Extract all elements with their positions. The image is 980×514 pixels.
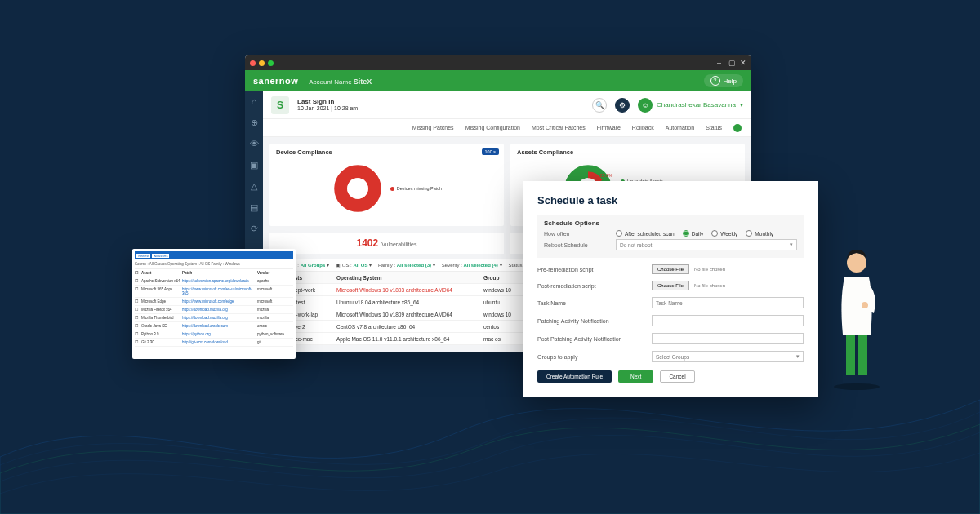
radio-after-scan[interactable] [616, 230, 622, 237]
post-patch-notif-label: Post Patching Activity Notification [537, 336, 652, 342]
next-button[interactable]: Next [618, 370, 653, 383]
cancel-button[interactable]: Cancel [660, 370, 694, 383]
list-item[interactable]: ☐Oracle Java SEhttps://download.oracle.c… [135, 322, 293, 330]
window-minimize-icon[interactable] [259, 60, 265, 66]
device-count-pill: 100 s [482, 148, 499, 155]
context-bar: S Last Sign In 10-Jan-2021 | 10:28 am 🔍 … [263, 91, 751, 119]
module-tabs: Missing Patches Missing Configuration Mo… [263, 119, 751, 137]
sidebar-refresh-icon[interactable]: ⟳ [249, 224, 259, 233]
sidebar-report-icon[interactable]: ▤ [249, 202, 259, 212]
search-icon[interactable]: 🔍 [592, 98, 607, 113]
account-label: Account Name SiteX [309, 78, 372, 86]
mini-tabbar: Newest All assets [135, 251, 293, 259]
app-tile-icon[interactable]: S [271, 96, 289, 114]
brand-logo: sanernow [253, 76, 298, 86]
svg-point-10 [862, 302, 868, 308]
window-zoom-icon[interactable] [268, 60, 274, 66]
mini-tab[interactable]: Newest [136, 254, 150, 258]
tab-missing-patches[interactable]: Missing Patches [412, 125, 454, 131]
post-script-choose-file-button[interactable]: Choose File [652, 281, 689, 290]
schedule-task-panel: Schedule a task Schedule Options How oft… [523, 181, 818, 397]
groups-select[interactable]: Select Groups [652, 351, 804, 362]
last-signin: Last Sign In 10-Jan-2021 | 10:28 am [297, 98, 358, 113]
window-close-icon[interactable] [250, 60, 256, 66]
post-patch-notif-input[interactable] [652, 333, 804, 344]
post-script-file-status: No file chosen [694, 283, 725, 288]
mini-filter-bar: Source : All Groups Operating System : A… [135, 259, 293, 269]
list-item[interactable]: ☐Apache Subversion x64https://subversion… [135, 277, 293, 286]
task-name-input[interactable] [652, 297, 804, 308]
how-often-radios: After scheduled scan Daily Weekly Monthl… [616, 230, 773, 237]
list-item[interactable]: ☐Mozilla Thunderbirdhttps://download.moz… [135, 314, 293, 322]
sidebar-alert-icon[interactable]: △ [249, 181, 259, 191]
how-often-label: How often [544, 231, 608, 237]
post-script-label: Post-remediation script [537, 283, 652, 289]
help-button[interactable]: Help [704, 74, 743, 87]
assets-mini-window: Newest All assets Source : All Groups Op… [132, 249, 296, 359]
window-min-icon[interactable]: – [717, 60, 724, 66]
list-item[interactable]: ☐Mozilla Firefox x64https://download.moz… [135, 306, 293, 314]
panel-title: Schedule a task [537, 194, 804, 206]
list-item[interactable]: ☐Microsoft 365 Appshttps://www.microsoft… [135, 286, 293, 298]
pre-script-choose-file-button[interactable]: Choose File [652, 264, 689, 274]
task-name-label: Task Name [537, 300, 652, 306]
card-title: Assets Compliance [517, 148, 738, 156]
device-donut-chart [332, 162, 384, 215]
svg-rect-8 [858, 331, 867, 377]
svg-point-1 [347, 178, 368, 199]
list-item[interactable]: ☐Microsoft Edgehttps://www.microsoft.com… [135, 298, 293, 306]
sidebar-shield-icon[interactable]: ▣ [249, 160, 259, 170]
radio-weekly[interactable] [711, 230, 718, 237]
reboot-label: Reboot Schedule [544, 242, 608, 248]
tab-critical-patches[interactable]: Most Critical Patches [532, 125, 586, 131]
reboot-select[interactable]: Do not reboot [616, 239, 797, 250]
mini-tab[interactable]: All assets [152, 254, 169, 258]
settings-icon[interactable]: ⚙ [615, 98, 630, 113]
patch-notif-label: Patching Activity Notification [537, 318, 652, 324]
tab-rollback[interactable]: Rollback [632, 125, 654, 131]
tab-firmware[interactable]: Firmware [597, 125, 621, 131]
radio-monthly[interactable] [746, 230, 752, 237]
tab-automation[interactable]: Automation [666, 125, 694, 131]
list-item[interactable]: ☐Git 2.30http://git-scm.com/downloadgit [135, 339, 293, 347]
legend-label: Devices missing Patch [397, 186, 442, 191]
section-title: Schedule Options [544, 219, 797, 227]
brand-bar: sanernow Account Name SiteX Help [245, 70, 751, 91]
schedule-options-section: Schedule Options How often After schedul… [537, 215, 804, 258]
window-max-icon[interactable]: ▢ [728, 60, 735, 66]
device-compliance-card: Device Compliance 100 s Devices missing … [270, 144, 504, 226]
tab-missing-config[interactable]: Missing Configuration [466, 125, 520, 131]
svg-text:25.8%: 25.8% [599, 173, 612, 178]
create-automation-rule-button[interactable]: Create Automation Rule [537, 370, 612, 383]
avatar-icon: ☺ [638, 98, 653, 113]
status-badge [733, 124, 742, 132]
pre-script-file-status: No file chosen [694, 267, 725, 272]
window-x-icon[interactable]: ✕ [740, 60, 746, 66]
vulnerabilities-stat[interactable]: 1402Vulnerabilities [270, 233, 504, 254]
svg-point-9 [847, 253, 866, 273]
window-titlebar: – ▢ ✕ [245, 55, 751, 70]
tab-status[interactable]: Status [706, 125, 722, 131]
person-illustration [830, 235, 884, 390]
sidebar-dashboard-icon[interactable]: ⌂ [249, 96, 259, 106]
pre-script-label: Pre-remediation script [537, 267, 652, 273]
user-menu[interactable]: ☺ Chandrashekar Basavanna ▾ [638, 98, 743, 113]
chevron-down-icon: ▾ [740, 101, 743, 109]
svg-point-6 [834, 383, 880, 390]
radio-daily[interactable] [683, 230, 689, 237]
list-item[interactable]: ☐Python 3.9https://python.orgpython_soft… [135, 330, 293, 339]
sidebar-eye-icon[interactable]: 👁 [249, 139, 259, 148]
sidebar-network-icon[interactable]: ⊕ [249, 117, 259, 127]
groups-label: Groups to apply [537, 354, 652, 360]
patch-notif-input[interactable] [652, 315, 804, 326]
card-title: Device Compliance [276, 148, 497, 156]
svg-rect-7 [846, 331, 855, 377]
